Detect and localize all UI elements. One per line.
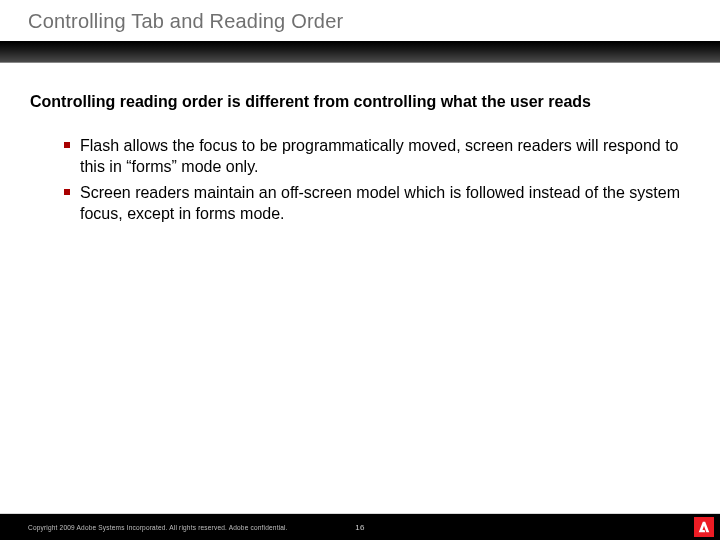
- page-number: 16: [355, 523, 364, 532]
- slide: Controlling Tab and Reading Order Contro…: [0, 0, 720, 540]
- list-item-text: Flash allows the focus to be programmati…: [80, 137, 679, 176]
- title-divider: [0, 41, 720, 63]
- adobe-logo-icon: [694, 517, 714, 537]
- subheading: Controlling reading order is different f…: [30, 91, 690, 113]
- bullet-list: Flash allows the focus to be programmati…: [30, 135, 690, 225]
- list-item: Flash allows the focus to be programmati…: [64, 135, 690, 178]
- slide-title: Controlling Tab and Reading Order: [0, 0, 720, 41]
- copyright-text: Copyright 2009 Adobe Systems Incorporate…: [28, 524, 288, 531]
- list-item-text: Screen readers maintain an off-screen mo…: [80, 184, 680, 223]
- footer: Copyright 2009 Adobe Systems Incorporate…: [0, 514, 720, 540]
- list-item: Screen readers maintain an off-screen mo…: [64, 182, 690, 225]
- slide-body: Controlling reading order is different f…: [0, 63, 720, 540]
- subheading-text: Controlling reading order is different f…: [30, 91, 690, 113]
- adobe-a-glyph: [697, 520, 711, 534]
